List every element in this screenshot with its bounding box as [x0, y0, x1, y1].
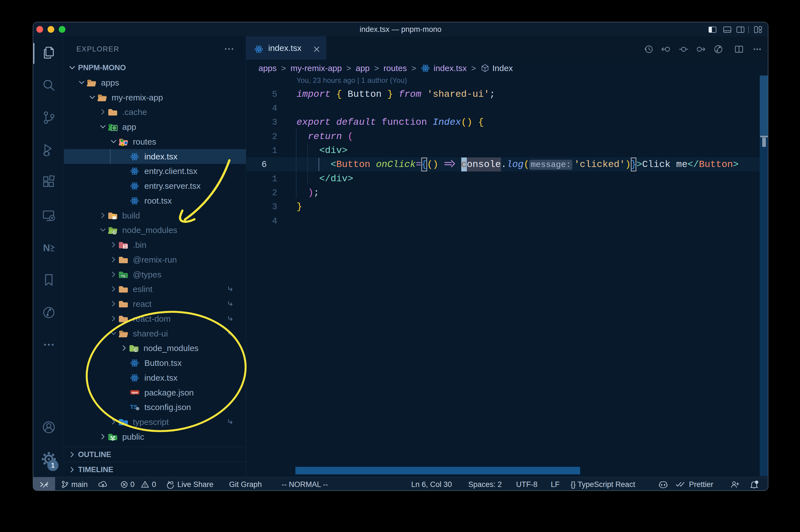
svg-text:JS: JS	[113, 231, 116, 234]
svg-text:TS: TS	[120, 422, 125, 426]
svg-text:N: N	[43, 243, 50, 253]
svg-text:10: 10	[124, 247, 127, 249]
svg-text:JS: JS	[134, 348, 138, 352]
svg-text:npm: npm	[132, 391, 138, 394]
svg-text:TS: TS	[130, 404, 137, 410]
svg-text:TS: TS	[121, 274, 125, 278]
